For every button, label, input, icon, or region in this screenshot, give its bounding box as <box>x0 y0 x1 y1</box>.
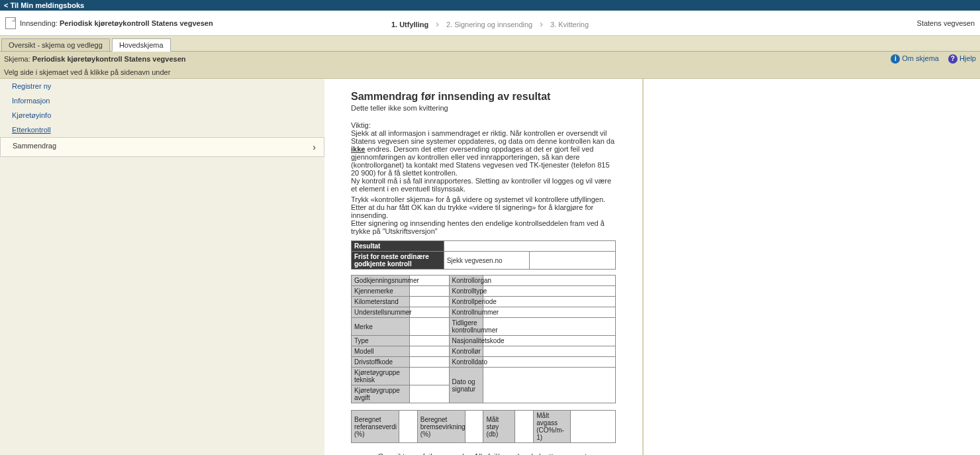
tab-overview[interactable]: Oversikt - skjema og vedlegg <box>1 38 110 52</box>
step-2: 2. Signering og innsending <box>446 21 532 28</box>
step-3: 3. Kvittering <box>550 21 589 28</box>
document-icon <box>5 17 16 29</box>
sidebar-item-kjoretoyinfo[interactable]: Kjøretøyinfo <box>0 108 324 123</box>
tab-mainform[interactable]: Hovedskjema <box>112 38 171 52</box>
content-area: Sammendrag før innsending av resultat De… <box>324 79 642 455</box>
sidebar-item-informasjon[interactable]: Informasjon <box>0 93 324 108</box>
instruction-text: Velg side i skjemaet ved å klikke på sid… <box>0 66 980 79</box>
right-gutter <box>642 79 973 455</box>
sidebar: Registrer ny Informasjon Kjøretøyinfo Et… <box>0 79 324 455</box>
page-subtitle: Dette teller ikke som kvittering <box>351 104 616 112</box>
sidebar-item-registrer[interactable]: Registrer ny <box>0 79 324 93</box>
back-to-inbox-link[interactable]: < Til Min meldingsboks <box>0 0 980 11</box>
help-icon: ? <box>948 54 957 64</box>
form-header: Skjema: Periodisk kjøretøykontroll State… <box>0 52 980 66</box>
owner-label: Statens vegvesen <box>917 19 975 27</box>
info-icon: i <box>891 54 900 64</box>
details-table: Godkjenningsnummer Kontrollorgan Kjennem… <box>351 275 616 403</box>
sending-label: Innsending: Periodisk kjøretøykontroll S… <box>20 19 213 27</box>
form-title: Skjema: Periodisk kjøretøykontroll State… <box>4 55 186 63</box>
frist-label: Frist for neste ordinære godkjente kontr… <box>352 252 444 270</box>
result-label: Resultat <box>352 241 444 252</box>
measure-table: Beregnet referanseverdi (%) Beregnet bre… <box>351 410 616 443</box>
sidebar-item-sammendrag[interactable]: Sammendrag › <box>0 137 324 157</box>
about-schema-link[interactable]: iOm skjema <box>891 54 939 64</box>
instructions-block: Trykk «kontroller skjema» for å gå vider… <box>351 195 616 235</box>
important-block: Viktig: Sjekk at all informasjon i samme… <box>351 121 616 193</box>
page-heading: Sammendrag før innsending av resultat <box>351 91 616 103</box>
chevron-right-icon: › <box>540 19 543 29</box>
tab-row: Oversikt - skjema og vedlegg Hovedskjema <box>0 36 980 52</box>
step-1: 1. Utfylling <box>391 21 428 28</box>
frist-value: Sjekk vegvesen.no <box>444 252 530 270</box>
chevron-right-icon: › <box>313 142 316 152</box>
result-table: Resultat Frist for neste ordinære godkje… <box>351 240 616 270</box>
chevron-right-icon: › <box>436 19 439 29</box>
header: Innsending: Periodisk kjøretøykontroll S… <box>0 11 980 36</box>
help-link[interactable]: ?Hjelp <box>948 54 976 64</box>
errors-overview-title: Oversikt over feil og mangler. Alle feil… <box>351 452 616 455</box>
sidebar-item-etterkontroll[interactable]: Etterkontroll <box>0 123 324 137</box>
